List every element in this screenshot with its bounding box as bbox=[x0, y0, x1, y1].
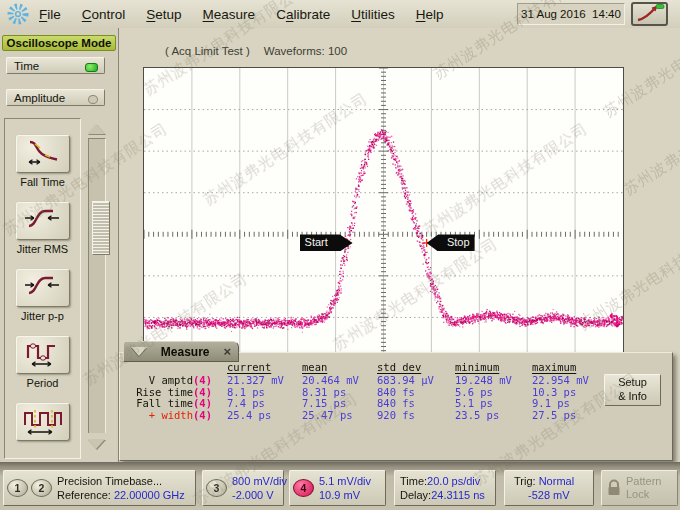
tool-scrollbar bbox=[85, 118, 107, 459]
menu-item-help[interactable]: Help bbox=[416, 7, 444, 22]
row-label--width: + width(4) bbox=[120, 409, 212, 421]
amplitude-category-label: Amplitude bbox=[14, 92, 65, 104]
measurement-tool-panel: Fall TimeJitter RMSJitter p-pPeriod bbox=[4, 118, 81, 459]
agilent-spark-icon bbox=[5, 2, 31, 26]
tool-label: Jitter p-p bbox=[21, 310, 64, 322]
jitter-p-p-button[interactable] bbox=[16, 269, 70, 307]
value-fall-time-mean: 7.15 ps bbox=[302, 397, 346, 409]
row-label-v-amptd: V amptd(4) bbox=[120, 374, 212, 386]
channel-4-status-panel[interactable]: 4 5.1 mV/div 10.9 mV bbox=[289, 470, 386, 506]
amplitude-category-button[interactable]: Amplitude bbox=[6, 89, 105, 106]
channel-3-status-panel[interactable]: 3 800 mV/div -2.000 V bbox=[202, 470, 284, 506]
menu-item-calibrate[interactable]: Calibrate bbox=[276, 7, 330, 22]
pattern-lock-line1: Pattern bbox=[626, 475, 661, 488]
col-header-current: current bbox=[227, 361, 271, 373]
tool-label: Period bbox=[27, 377, 59, 389]
green-led-icon bbox=[85, 63, 98, 72]
fall-time-button[interactable] bbox=[16, 135, 70, 173]
fall-time-icon bbox=[22, 138, 64, 167]
touch-waveform-icon bbox=[634, 4, 665, 22]
status-bar: 1 2 Precision Timebase... Reference: 22.… bbox=[0, 462, 680, 510]
pattern-lock-line2: Lock bbox=[626, 488, 661, 501]
timebase-scale-panel[interactable]: Time:20.0 ps/div Delay:24.3115 ns bbox=[394, 470, 496, 506]
reference-value: 22.00000 GHz bbox=[114, 489, 185, 501]
value--width-std-dev: 920 fs bbox=[377, 409, 415, 421]
ch4-offset: 10.9 mV bbox=[319, 488, 371, 502]
tool-period: Period bbox=[16, 336, 70, 389]
touchscreen-button[interactable] bbox=[631, 2, 668, 26]
tool-jitter-rms: Jitter RMS bbox=[16, 202, 70, 255]
measure-table: currentmeanstd devminimummaximumV amptd(… bbox=[120, 353, 672, 460]
delay-value: 24.3115 ns bbox=[431, 489, 485, 501]
tool-button[interactable] bbox=[16, 403, 70, 441]
ch3-offset: -2.000 V bbox=[232, 488, 287, 502]
row-label-fall-time: Fall time(4) bbox=[120, 397, 212, 409]
menu-item-setup[interactable]: Setup bbox=[146, 7, 181, 22]
channel-4-button[interactable]: 4 bbox=[293, 479, 314, 497]
channel-3-button[interactable]: 3 bbox=[206, 479, 227, 497]
tool-jitter-p-p: Jitter p-p bbox=[16, 269, 70, 322]
trig-level: -528 mV bbox=[514, 488, 574, 502]
period-icon bbox=[22, 339, 64, 368]
reference-label: Reference: bbox=[57, 489, 114, 501]
period-button[interactable] bbox=[16, 336, 70, 374]
plot-header: ( Acq Limit Test )Waveforms: 100 bbox=[165, 45, 361, 57]
delay-label: Delay: bbox=[400, 489, 431, 501]
scroll-up-button[interactable] bbox=[85, 118, 107, 136]
channel4-waveform-trace bbox=[144, 68, 623, 359]
menu-items: FileControlSetupMeasureCalibrateUtilitie… bbox=[39, 7, 443, 22]
value--width-current: 25.4 ps bbox=[227, 409, 271, 421]
setup-info-button[interactable]: Setup & Info bbox=[604, 374, 661, 406]
menu-item-utilities[interactable]: Utilities bbox=[351, 7, 395, 22]
timebase-status-panel[interactable]: 1 2 Precision Timebase... Reference: 22.… bbox=[3, 470, 196, 506]
value-fall-time-std-dev: 840 fs bbox=[377, 397, 415, 409]
time-value: 20.0 ps/div bbox=[427, 475, 480, 487]
time-category-button[interactable]: Time bbox=[6, 57, 105, 74]
value-fall-time-current: 7.4 ps bbox=[227, 397, 265, 409]
tool-label: Jitter RMS bbox=[17, 243, 68, 255]
oscilloscope-app: FileControlSetupMeasureCalibrateUtilitie… bbox=[0, 0, 680, 510]
value--width-minimum: 23.5 ps bbox=[455, 409, 499, 421]
up-arrow-icon bbox=[87, 124, 105, 134]
menu-bar: FileControlSetupMeasureCalibrateUtilitie… bbox=[0, 0, 680, 29]
menu-item-measure[interactable]: Measure bbox=[203, 7, 256, 22]
delta-time-icon bbox=[22, 406, 64, 435]
ch3-scale: 800 mV/div bbox=[232, 474, 287, 488]
jitter-pp-icon bbox=[22, 272, 64, 301]
jitter-rms-icon bbox=[22, 205, 64, 234]
trig-mode: Normal bbox=[539, 475, 574, 487]
value--width-mean: 25.47 ps bbox=[302, 409, 353, 421]
sidebar: Oscilloscope Mode Time Amplitude Fall Ti… bbox=[0, 28, 119, 462]
col-header-minimum: minimum bbox=[455, 361, 499, 373]
col-header-mean: mean bbox=[302, 361, 327, 373]
lock-icon bbox=[606, 479, 622, 497]
trigger-status-panel[interactable]: Trig: Normal -528 mV bbox=[504, 470, 594, 506]
channel-1-button[interactable]: 1 bbox=[7, 479, 28, 497]
datetime-display: 31 Aug 2016 14:40 bbox=[517, 3, 625, 25]
channel-2-button[interactable]: 2 bbox=[31, 479, 52, 497]
acq-limit-label: ( Acq Limit Test ) bbox=[165, 45, 250, 57]
setup-info-line1: Setup bbox=[605, 376, 660, 390]
value-v-amptd-minimum: 19.248 mV bbox=[455, 374, 512, 386]
waveforms-count: Waveforms: 100 bbox=[264, 45, 347, 57]
measure-panel: Measure × currentmeanstd devminimummaxim… bbox=[119, 352, 673, 461]
value-v-amptd-maximum: 22.954 mV bbox=[532, 374, 589, 386]
menu-item-file[interactable]: File bbox=[39, 7, 61, 22]
menu-item-control[interactable]: Control bbox=[82, 7, 126, 22]
time-label: Time: bbox=[400, 475, 427, 487]
waveform-graticule: Start Stop bbox=[143, 67, 624, 360]
jitter-rms-button[interactable] bbox=[16, 202, 70, 240]
down-arrow-icon bbox=[87, 439, 105, 449]
value-v-amptd-std-dev: 683.94 µV bbox=[377, 374, 434, 386]
scroll-track[interactable] bbox=[88, 138, 106, 435]
oscilloscope-mode-header: Oscilloscope Mode bbox=[2, 35, 116, 51]
scroll-thumb[interactable] bbox=[92, 201, 110, 255]
scroll-down-button[interactable] bbox=[85, 433, 107, 451]
timebase-line1: Precision Timebase... bbox=[57, 474, 185, 488]
value-fall-time-maximum: 9.1 ps bbox=[532, 397, 570, 409]
tool-fall-time: Fall Time bbox=[16, 135, 70, 188]
pattern-lock-button[interactable]: Pattern Lock bbox=[601, 470, 678, 506]
value-v-amptd-current: 21.327 mV bbox=[227, 374, 284, 386]
col-header-std-dev: std dev bbox=[377, 361, 421, 373]
trig-label: Trig: bbox=[514, 475, 539, 487]
